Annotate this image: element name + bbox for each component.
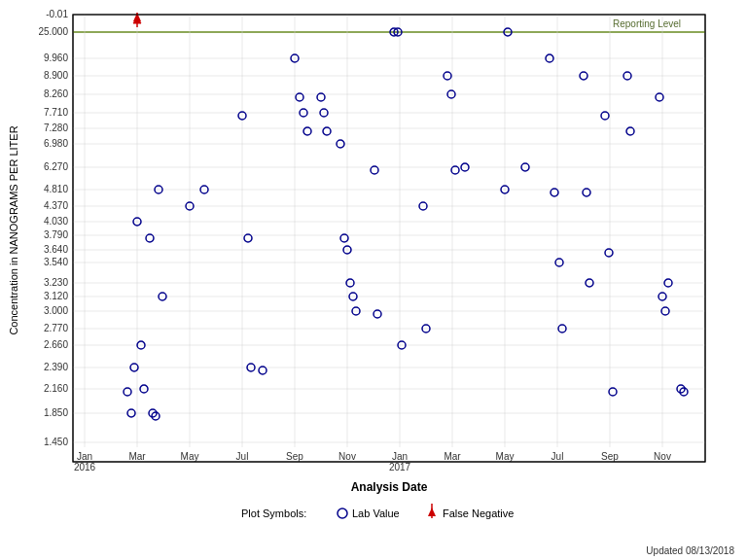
svg-text:9.960: 9.960 — [44, 52, 68, 63]
x-axis-label: Analysis Date — [351, 480, 428, 494]
svg-text:8.900: 8.900 — [44, 70, 68, 81]
y-axis-label: Concentration in NANOGRAMS PER LITER — [8, 125, 19, 334]
chart-container: -0.01 25.000 9.960 8.900 8.260 7.710 7.2… — [0, 0, 747, 560]
svg-text:Nov: Nov — [654, 451, 671, 462]
svg-text:2.660: 2.660 — [44, 339, 68, 350]
legend-false-negative-label: False Negative — [443, 508, 514, 519]
svg-text:3.120: 3.120 — [44, 291, 68, 301]
svg-text:4.030: 4.030 — [44, 216, 68, 227]
svg-text:Sep: Sep — [601, 451, 619, 462]
svg-text:Mar: Mar — [444, 451, 461, 462]
svg-text:7.710: 7.710 — [44, 107, 68, 118]
svg-text:2016: 2016 — [74, 462, 96, 472]
svg-text:4.810: 4.810 — [44, 184, 68, 194]
svg-text:6.980: 6.980 — [44, 138, 68, 149]
legend-lab-value-label: Lab Value — [352, 508, 400, 519]
svg-text:4.370: 4.370 — [44, 200, 68, 211]
svg-text:2017: 2017 — [389, 462, 411, 472]
svg-text:8.260: 8.260 — [44, 88, 68, 99]
svg-text:6.270: 6.270 — [44, 161, 68, 172]
svg-text:May: May — [181, 451, 199, 462]
svg-text:3.640: 3.640 — [44, 244, 68, 255]
svg-text:Nov: Nov — [338, 451, 356, 462]
svg-text:Sep: Sep — [286, 451, 303, 462]
svg-text:Jul: Jul — [236, 451, 249, 462]
svg-text:3.230: 3.230 — [44, 277, 68, 288]
reporting-level-label: Reporting Level — [613, 18, 681, 29]
svg-text:25.000: 25.000 — [38, 26, 68, 37]
svg-text:3.540: 3.540 — [44, 257, 68, 267]
svg-text:-0.01: -0.01 — [46, 9, 68, 19]
svg-text:Jul: Jul — [551, 451, 564, 462]
svg-text:Jan: Jan — [392, 451, 408, 462]
svg-text:2.390: 2.390 — [44, 362, 68, 372]
svg-text:1.850: 1.850 — [44, 407, 68, 418]
legend-plot-symbols-label: Plot Symbols: — [241, 508, 306, 519]
svg-text:Jan: Jan — [77, 451, 92, 462]
svg-text:3.000: 3.000 — [44, 305, 68, 316]
svg-text:May: May — [496, 451, 515, 462]
svg-text:7.280: 7.280 — [44, 122, 68, 133]
svg-text:1.450: 1.450 — [44, 437, 68, 447]
svg-text:Mar: Mar — [128, 451, 146, 462]
svg-text:3.790: 3.790 — [44, 229, 68, 240]
updated-text: Updated 08/13/2018 — [646, 545, 734, 556]
svg-text:2.160: 2.160 — [44, 383, 68, 394]
svg-text:2.770: 2.770 — [44, 323, 68, 333]
